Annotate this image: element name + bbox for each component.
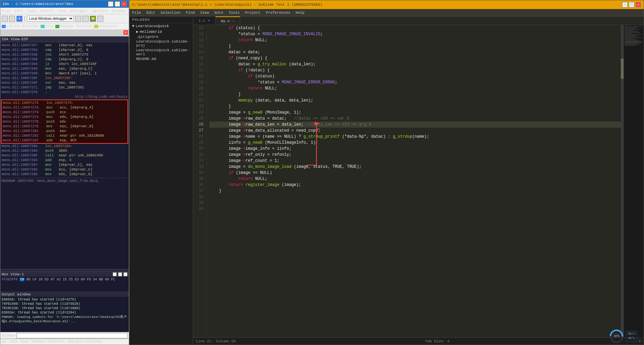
hex-view: Hex View-1 _ □ ✕ FF382FF0 D8 B6 C4 20 D3… [0,272,129,292]
code-line: mono.dll:10057266moveax, [ebp+arg_C] [1,66,128,71]
output-content[interactable]: E9D03A: thread has started (tid=4276) 76… [0,297,129,330]
ida-titlebar: IDA - C:\Users\Administrator\Des ─ □ ✕ [0,0,129,8]
ok-line1: OK/s [628,332,635,336]
ln: 34 [196,170,204,176]
menu-help[interactable]: Help [296,11,304,15]
tab-1c[interactable]: 1.c ● [193,16,216,25]
mini-ln [625,30,634,31]
sidebar-file-gitignore[interactable]: .gitignore [129,34,193,39]
ida-menu-jump[interactable]: Jump [28,9,36,13]
code-line-16: datac = g_try_malloc (data_len); [209,61,624,67]
sublime-close[interactable]: ✕ [636,2,641,7]
legend-regular-color [55,25,59,28]
sidebar-folder-helloworld[interactable]: ▶ HelloWorld [129,29,193,34]
hex-view-btn2[interactable]: □ [118,272,122,276]
ok-indicator: OK/s OK/s [626,331,637,341]
sublime-editor: 1.c ● my.c ✕ 10 11 12 13 14 15 16 [193,16,644,345]
ln: 28 [196,134,204,140]
ln: 10 [196,25,204,31]
ln: 33 [196,164,204,170]
python-input[interactable] [16,333,127,338]
menu-file[interactable]: File [132,11,141,15]
ida-menu-debugger[interactable]: Debugger [70,9,88,13]
debug-view-close[interactable]: ✕ [123,30,128,35]
hex-view-btn3[interactable]: ✕ [123,272,127,276]
menu-selection[interactable]: Selection [161,11,180,15]
tb-btn-4[interactable]: ◀ [75,16,81,22]
output-title: Output window [2,292,31,296]
legend-data-color [41,25,45,28]
code-line: mono.dll:10057271jmploc_10057361 [1,85,128,90]
ida-menu-options[interactable]: Options [92,9,108,13]
code-line: mono.dll:1005728Fcallnear ptr unk_100024… [1,153,128,158]
ida-view-header: IDA View-EIP [0,37,129,42]
sublime-content: FOLDERS ▼ LearnCocosQuick ▶ HelloWorld .… [129,16,644,345]
menu-goto[interactable]: Goto [214,11,223,15]
ln: 38 [196,194,204,200]
tb-btn-3[interactable]: ● [16,16,22,22]
code-line-37: return NULL; [209,176,624,182]
status-au: AU: idle [2,340,18,344]
vertical-scrollbar[interactable] [621,25,624,337]
code-line-13: } [209,43,624,49]
ida-maximize[interactable]: □ [115,1,120,7]
tb-btn-2[interactable]: ⏸ [9,16,15,22]
menu-find[interactable]: Find [186,11,195,15]
ida-close[interactable]: ✕ [121,1,127,7]
output-line: E9D03A: thread has started (tid=4276) [2,297,127,302]
mini-ln [625,34,641,35]
python-bar: Python [0,332,129,339]
debugger-select[interactable]: Local Windows debugger [27,16,74,21]
menu-view[interactable]: View [200,11,209,15]
ida-code-area[interactable]: mono.dll:10057257mov[ebp+var_8], eax mon… [0,42,129,269]
code-line-11: *status = MONO_IMAGE_IMAGE_INVALID; [209,31,624,37]
sidebar-folder-root[interactable]: ▼ LearnCocosQuick [129,23,193,29]
tab-close-myc[interactable]: ✕ [232,19,234,23]
sublime-minimize[interactable]: ─ [622,2,628,7]
tb-btn-7[interactable]: ⏭ [97,16,103,22]
output-line: 76FEC600: thread has started (tid=5628) [2,302,127,306]
status-addr: UNKNOWN FF382FF0: debug010:FF382FF0 [31,340,102,344]
mini-ln [625,43,638,44]
tb-btn-6[interactable]: ⏩ [90,16,96,22]
mini-ln [625,37,642,38]
menu-edit[interactable]: Edit [146,11,155,15]
code-line: mono.dll:1005729Dmovedx, [ebp+var_8] [1,172,128,177]
code-line-39: return register_image (image); [209,182,624,188]
scrollbar-thumb[interactable] [621,59,624,79]
ida-menu-edit[interactable]: Edit [14,9,23,13]
menu-project[interactable]: Project [245,11,260,15]
sidebar-file-readme[interactable]: README.md [129,57,193,61]
ida-menu-file[interactable]: File [2,9,10,13]
sidebar-file-proj[interactable]: LearnCocosQuick.sublime-proj [129,39,193,48]
ln: 12 [196,37,204,43]
ida-horizontal-scrollbar[interactable] [0,269,129,272]
ln: 24 [196,110,204,116]
ln: 31 [196,152,204,158]
menu-tools[interactable]: Tools [228,11,239,15]
mini-ln [625,42,641,43]
ln: 23 [196,104,204,110]
triangle-icon: ▼ [132,24,135,28]
ln: 39 [196,200,204,206]
ida-menu-window[interactable]: Window [112,9,125,13]
code-line: mono.dll:1005726Fxoreax, eax [1,80,128,85]
ida-toolbar: ▶ ⏸ ● Local Windows debugger ◀ ▶ ⏩ ⏭ [0,14,129,23]
folder-name: LearnCocosQuick [136,24,169,28]
tb-btn-5[interactable]: ▶ [83,16,89,22]
ln: 11 [196,31,204,37]
tb-sep [24,16,25,21]
hex-view-btn1[interactable]: _ [113,272,117,276]
tab-myc[interactable]: my.c ✕ [216,16,240,25]
menu-preferences[interactable]: Preferences [266,11,290,15]
sidebar-file-work[interactable]: LearnCocosQuick.sublime-worl [129,48,193,57]
sublime-maximize[interactable]: □ [629,2,634,7]
tab-close-1c[interactable]: ● [208,19,210,22]
legend-bar: Library function Data Regular function U… [0,23,129,30]
ida-menu-search[interactable]: Search [40,9,54,13]
tb-btn-1[interactable]: ▶ [2,16,8,22]
ida-minimize[interactable]: ─ [108,1,113,7]
folders-header: FOLDERS [129,16,193,23]
code-content[interactable]: if (status) { *status = MONO_IMAGE_IMAGE… [207,25,624,337]
ida-menu-view[interactable]: View [58,9,66,13]
